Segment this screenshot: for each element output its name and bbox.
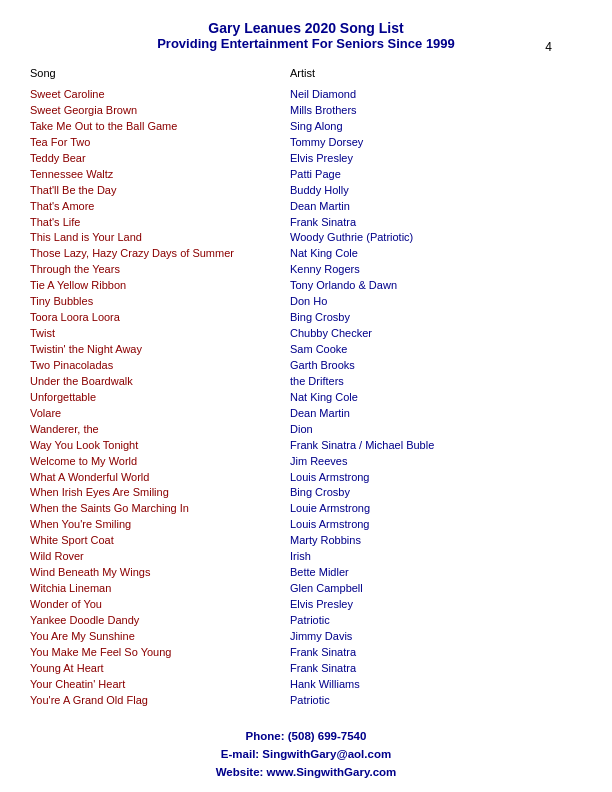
song-name: Those Lazy, Hazy Crazy Days of Summer: [30, 246, 290, 262]
table-row: Sweet CarolineNeil Diamond: [30, 87, 582, 103]
song-artist: Bing Crosby: [290, 485, 582, 501]
song-name: Take Me Out to the Ball Game: [30, 119, 290, 135]
song-name: Under the Boardwalk: [30, 374, 290, 390]
table-row: Welcome to My WorldJim Reeves: [30, 454, 582, 470]
song-name: You Are My Sunshine: [30, 629, 290, 645]
song-artist: Bette Midler: [290, 565, 582, 581]
table-row: Under the Boardwalkthe Drifters: [30, 374, 582, 390]
song-artist: Jim Reeves: [290, 454, 582, 470]
song-artist: Dean Martin: [290, 406, 582, 422]
page-number: 4: [545, 40, 552, 54]
table-row: What A Wonderful WorldLouis Armstrong: [30, 470, 582, 486]
song-column-header: Song: [30, 67, 290, 79]
song-name: Your Cheatin' Heart: [30, 677, 290, 693]
table-row: That's LifeFrank Sinatra: [30, 215, 582, 231]
footer-email: E-mail: SingwithGary@aol.com: [30, 745, 582, 763]
song-name: Unforgettable: [30, 390, 290, 406]
song-artist: Tommy Dorsey: [290, 135, 582, 151]
song-artist: Louie Armstrong: [290, 501, 582, 517]
song-name: Tiny Bubbles: [30, 294, 290, 310]
song-name: Wild Rover: [30, 549, 290, 565]
song-name: You Make Me Feel So Young: [30, 645, 290, 661]
table-row: TwistChubby Checker: [30, 326, 582, 342]
header-title: Gary Leanues 2020 Song List: [30, 20, 582, 36]
song-artist: Patti Page: [290, 167, 582, 183]
table-row: Tie A Yellow RibbonTony Orlando & Dawn: [30, 278, 582, 294]
song-name: Twist: [30, 326, 290, 342]
song-artist: Sam Cooke: [290, 342, 582, 358]
song-artist: the Drifters: [290, 374, 582, 390]
table-row: That's AmoreDean Martin: [30, 199, 582, 215]
table-row: Young At HeartFrank Sinatra: [30, 661, 582, 677]
song-artist: Frank Sinatra: [290, 645, 582, 661]
table-row: Yankee Doodle DandyPatriotic: [30, 613, 582, 629]
table-row: Two PinacoladasGarth Brooks: [30, 358, 582, 374]
song-name: Wind Beneath My Wings: [30, 565, 290, 581]
song-name: Tie A Yellow Ribbon: [30, 278, 290, 294]
table-row: VolareDean Martin: [30, 406, 582, 422]
song-name: Sweet Georgia Brown: [30, 103, 290, 119]
song-artist: Garth Brooks: [290, 358, 582, 374]
song-artist: Sing Along: [290, 119, 582, 135]
table-row: When the Saints Go Marching InLouie Arms…: [30, 501, 582, 517]
song-name: Through the Years: [30, 262, 290, 278]
song-name: Twistin' the Night Away: [30, 342, 290, 358]
song-name: Witchia Lineman: [30, 581, 290, 597]
table-row: Wild RoverIrish: [30, 549, 582, 565]
song-artist: Elvis Presley: [290, 151, 582, 167]
song-artist: Glen Campbell: [290, 581, 582, 597]
table-row: White Sport CoatMarty Robbins: [30, 533, 582, 549]
table-row: Sweet Georgia BrownMills Brothers: [30, 103, 582, 119]
table-row: When You're SmilingLouis Armstrong: [30, 517, 582, 533]
table-row: Teddy BearElvis Presley: [30, 151, 582, 167]
song-artist: Louis Armstrong: [290, 470, 582, 486]
song-artist: Frank Sinatra: [290, 215, 582, 231]
song-name: Yankee Doodle Dandy: [30, 613, 290, 629]
song-name: When You're Smiling: [30, 517, 290, 533]
song-artist: Nat King Cole: [290, 390, 582, 406]
table-row: Take Me Out to the Ball GameSing Along: [30, 119, 582, 135]
table-row: Through the YearsKenny Rogers: [30, 262, 582, 278]
table-row: This Land is Your LandWoody Guthrie (Pat…: [30, 230, 582, 246]
table-row: Witchia LinemanGlen Campbell: [30, 581, 582, 597]
table-row: Your Cheatin' HeartHank Williams: [30, 677, 582, 693]
table-row: Tea For TwoTommy Dorsey: [30, 135, 582, 151]
song-artist: Elvis Presley: [290, 597, 582, 613]
footer-phone: Phone: (508) 699-7540: [30, 727, 582, 745]
table-row: You're A Grand Old FlagPatriotic: [30, 693, 582, 709]
song-name: What A Wonderful World: [30, 470, 290, 486]
song-artist: Nat King Cole: [290, 246, 582, 262]
table-row: You Are My SunshineJimmy Davis: [30, 629, 582, 645]
song-name: Way You Look Tonight: [30, 438, 290, 454]
table-row: Tiny BubblesDon Ho: [30, 294, 582, 310]
song-name: Wanderer, the: [30, 422, 290, 438]
song-name: Wonder of You: [30, 597, 290, 613]
table-row: You Make Me Feel So YoungFrank Sinatra: [30, 645, 582, 661]
song-artist: Don Ho: [290, 294, 582, 310]
table-row: Twistin' the Night AwaySam Cooke: [30, 342, 582, 358]
song-name: Welcome to My World: [30, 454, 290, 470]
song-name: Tennessee Waltz: [30, 167, 290, 183]
song-artist: Dion: [290, 422, 582, 438]
song-artist: Frank Sinatra / Michael Buble: [290, 438, 582, 454]
table-row: When Irish Eyes Are SmilingBing Crosby: [30, 485, 582, 501]
song-name: That'll Be the Day: [30, 183, 290, 199]
song-artist: Buddy Holly: [290, 183, 582, 199]
table-row: Wanderer, theDion: [30, 422, 582, 438]
song-name: Toora Loora Loora: [30, 310, 290, 326]
artist-column-header: Artist: [290, 67, 582, 79]
song-name: Volare: [30, 406, 290, 422]
song-artist: Irish: [290, 549, 582, 565]
song-artist: Neil Diamond: [290, 87, 582, 103]
table-row: UnforgettableNat King Cole: [30, 390, 582, 406]
song-artist: Bing Crosby: [290, 310, 582, 326]
footer: Phone: (508) 699-7540 E-mail: SingwithGa…: [30, 727, 582, 782]
footer-website: Website: www.SingwithGary.com: [30, 763, 582, 781]
song-name: Tea For Two: [30, 135, 290, 151]
song-list: Sweet CarolineNeil DiamondSweet Georgia …: [30, 87, 582, 709]
table-row: Toora Loora LooraBing Crosby: [30, 310, 582, 326]
song-name: Young At Heart: [30, 661, 290, 677]
song-artist: Chubby Checker: [290, 326, 582, 342]
song-name: Teddy Bear: [30, 151, 290, 167]
song-artist: Woody Guthrie (Patriotic): [290, 230, 582, 246]
